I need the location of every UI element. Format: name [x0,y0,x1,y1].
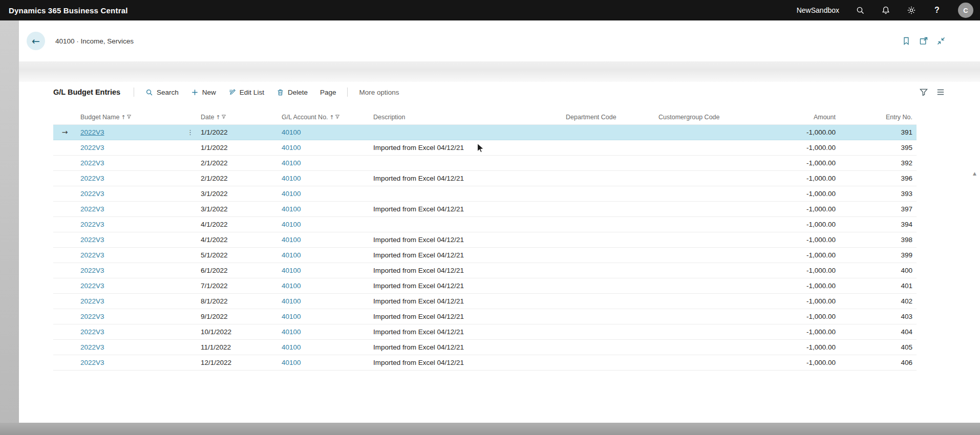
cell-amount[interactable]: -1,000.00 [754,294,840,309]
cell-department-code[interactable] [564,278,656,294]
cell-customergroup-code[interactable] [656,248,754,263]
column-header-entry-no[interactable]: Entry No. [840,114,917,125]
cell-customergroup-code[interactable] [656,140,754,156]
cell-description[interactable]: Imported from Excel 04/12/21 [371,324,564,340]
table-row[interactable]: → 2022V3 ⋮ 6/1/2022 40100 Imported from … [53,263,917,278]
cell-date[interactable]: 12/1/2022 [199,355,280,371]
cell-department-code[interactable] [564,248,656,263]
cell-customergroup-code[interactable] [656,278,754,294]
cell-description[interactable]: Imported from Excel 04/12/21 [371,140,564,156]
table-row[interactable]: → 2022V3 ⋮ 1/1/2022 40100 Imported from … [53,140,917,156]
user-avatar[interactable]: C [958,3,973,18]
cell-date[interactable]: 1/1/2022 [199,125,280,140]
gl-account-link[interactable]: 40100 [282,159,301,167]
cell-description[interactable]: Imported from Excel 04/12/21 [371,294,564,309]
budget-name-link[interactable]: 2022V3 [80,217,104,232]
row-selector-cell[interactable]: → [53,324,78,340]
cell-date[interactable]: 11/1/2022 [199,340,280,355]
row-selector-cell[interactable]: → [53,125,78,140]
cell-entry-no[interactable]: 394 [840,217,917,232]
gl-account-link[interactable]: 40100 [282,297,301,305]
gl-account-link[interactable]: 40100 [282,282,301,290]
cell-department-code[interactable] [564,340,656,355]
cell-customergroup-code[interactable] [656,186,754,202]
cell-description[interactable]: Imported from Excel 04/12/21 [371,232,564,248]
cell-amount[interactable]: -1,000.00 [754,217,840,232]
cell-description[interactable]: Imported from Excel 04/12/21 [371,278,564,294]
cell-department-code[interactable] [564,202,656,217]
gl-account-link[interactable]: 40100 [282,267,301,274]
cell-entry-no[interactable]: 406 [840,355,917,371]
budget-name-link[interactable]: 2022V3 [80,248,104,263]
row-selector-cell[interactable]: → [53,217,78,232]
cell-date[interactable]: 9/1/2022 [199,309,280,324]
column-header-department-code[interactable]: Department Code [564,114,656,125]
gl-account-link[interactable]: 40100 [282,205,301,213]
cell-amount[interactable]: -1,000.00 [754,355,840,371]
gl-account-link[interactable]: 40100 [282,251,301,259]
cell-date[interactable]: 3/1/2022 [199,202,280,217]
column-header-date[interactable]: Date↑ [199,114,280,125]
cell-entry-no[interactable]: 395 [840,140,917,156]
edit-list-button[interactable]: Edit List [228,89,264,96]
budget-name-link[interactable]: 2022V3 [80,294,104,309]
cell-customergroup-code[interactable] [656,263,754,278]
delete-button[interactable]: Delete [276,89,308,96]
cell-department-code[interactable] [564,324,656,340]
cell-entry-no[interactable]: 402 [840,294,917,309]
table-row[interactable]: → 2022V3 ⋮ 12/1/2022 40100 Imported from… [53,355,917,371]
cell-entry-no[interactable]: 392 [840,156,917,171]
cell-description[interactable]: Imported from Excel 04/12/21 [371,309,564,324]
gl-account-link[interactable]: 40100 [282,190,301,198]
row-selector-cell[interactable]: → [53,202,78,217]
gl-account-link[interactable]: 40100 [282,313,301,320]
budget-name-link[interactable]: 2022V3 [80,141,104,155]
help-icon[interactable]: ? [932,6,942,15]
column-header-amount[interactable]: Amount [754,114,840,125]
budget-name-link[interactable]: 2022V3 [80,310,104,324]
cell-entry-no[interactable]: 396 [840,171,917,186]
cell-entry-no[interactable]: 405 [840,340,917,355]
cell-description[interactable] [371,186,564,202]
cell-description[interactable]: Imported from Excel 04/12/21 [371,355,564,371]
collapse-window-icon[interactable] [936,36,946,46]
table-row[interactable]: → 2022V3 ⋮ 5/1/2022 40100 Imported from … [53,248,917,263]
cell-department-code[interactable] [564,309,656,324]
notifications-bell-icon[interactable] [881,6,890,15]
cell-amount[interactable]: -1,000.00 [754,140,840,156]
cell-customergroup-code[interactable] [656,202,754,217]
cell-amount[interactable]: -1,000.00 [754,248,840,263]
cell-amount[interactable]: -1,000.00 [754,324,840,340]
cell-date[interactable]: 2/1/2022 [199,171,280,186]
budget-name-link[interactable]: 2022V3 [80,125,104,140]
budget-name-link[interactable]: 2022V3 [80,233,104,247]
cell-customergroup-code[interactable] [656,294,754,309]
cell-description[interactable] [371,156,564,171]
budget-name-link[interactable]: 2022V3 [80,279,104,293]
cell-department-code[interactable] [564,355,656,371]
cell-entry-no[interactable]: 399 [840,248,917,263]
cell-date[interactable]: 4/1/2022 [199,232,280,248]
cell-customergroup-code[interactable] [656,324,754,340]
gl-account-link[interactable]: 40100 [282,144,301,151]
cell-customergroup-code[interactable] [656,171,754,186]
row-selector-cell[interactable]: → [53,186,78,202]
cell-department-code[interactable] [564,263,656,278]
row-selector-cell[interactable]: → [53,278,78,294]
more-options-button[interactable]: More options [359,89,399,96]
cell-customergroup-code[interactable] [656,340,754,355]
row-selector-cell[interactable]: → [53,309,78,324]
row-selector-cell[interactable]: → [53,294,78,309]
cell-description[interactable]: Imported from Excel 04/12/21 [371,340,564,355]
cell-amount[interactable]: -1,000.00 [754,309,840,324]
app-title[interactable]: Dynamics 365 Business Central [9,6,128,15]
table-row[interactable]: → 2022V3 ⋮ 8/1/2022 40100 Imported from … [53,294,917,309]
table-row[interactable]: → 2022V3 ⋮ 3/1/2022 40100 -1,000.00 393 [53,186,917,202]
column-header-customergroup-code[interactable]: Customergroup Code [656,114,754,125]
open-in-new-window-icon[interactable] [919,36,928,46]
table-row[interactable]: → 2022V3 ⋮ 3/1/2022 40100 Imported from … [53,202,917,217]
row-context-menu-icon[interactable]: ⋮ [187,125,195,140]
cell-entry-no[interactable]: 400 [840,263,917,278]
row-selector-cell[interactable]: → [53,171,78,186]
gl-account-link[interactable]: 40100 [282,359,301,366]
